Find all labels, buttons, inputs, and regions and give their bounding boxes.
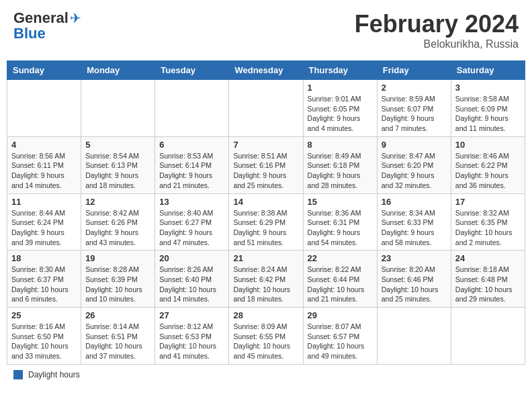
- day-info: Sunrise: 8:47 AM Sunset: 6:20 PM Dayligh…: [382, 151, 447, 191]
- calendar-cell: 16Sunrise: 8:34 AM Sunset: 6:33 PM Dayli…: [377, 193, 451, 250]
- calendar-cell: 3Sunrise: 8:58 AM Sunset: 6:09 PM Daylig…: [451, 80, 525, 137]
- calendar-cell: 23Sunrise: 8:20 AM Sunset: 6:46 PM Dayli…: [377, 250, 451, 308]
- calendar-week-row: 25Sunrise: 8:16 AM Sunset: 6:50 PM Dayli…: [7, 308, 525, 365]
- column-header-tuesday: Tuesday: [155, 61, 229, 80]
- day-number: 12: [85, 197, 150, 207]
- day-info: Sunrise: 8:54 AM Sunset: 6:13 PM Dayligh…: [85, 151, 150, 191]
- legend: Daylight hours: [7, 370, 525, 379]
- day-info: Sunrise: 8:14 AM Sunset: 6:51 PM Dayligh…: [85, 322, 150, 361]
- calendar-cell: 25Sunrise: 8:16 AM Sunset: 6:50 PM Dayli…: [7, 308, 81, 365]
- day-info: Sunrise: 9:01 AM Sunset: 6:05 PM Dayligh…: [308, 94, 373, 134]
- day-info: Sunrise: 8:51 AM Sunset: 6:16 PM Dayligh…: [233, 151, 298, 191]
- calendar-table: SundayMondayTuesdayWednesdayThursdayFrid…: [7, 60, 525, 365]
- day-info: Sunrise: 8:30 AM Sunset: 6:37 PM Dayligh…: [11, 265, 77, 304]
- day-number: 2: [382, 83, 447, 93]
- day-number: 7: [233, 140, 298, 150]
- calendar-cell: [7, 80, 81, 137]
- day-info: Sunrise: 8:12 AM Sunset: 6:53 PM Dayligh…: [159, 322, 224, 361]
- day-number: 27: [159, 310, 224, 320]
- day-info: Sunrise: 8:07 AM Sunset: 6:57 PM Dayligh…: [308, 322, 373, 361]
- column-header-friday: Friday: [377, 61, 451, 80]
- logo: General ✈ Blue: [13, 10, 81, 41]
- column-header-monday: Monday: [81, 61, 155, 80]
- day-number: 6: [159, 140, 224, 150]
- calendar-cell: 19Sunrise: 8:28 AM Sunset: 6:39 PM Dayli…: [81, 250, 155, 308]
- calendar-cell: 10Sunrise: 8:46 AM Sunset: 6:22 PM Dayli…: [451, 136, 525, 193]
- day-info: Sunrise: 8:26 AM Sunset: 6:40 PM Dayligh…: [159, 265, 224, 304]
- legend-color-box: [13, 370, 23, 379]
- calendar-cell: 2Sunrise: 8:59 AM Sunset: 6:07 PM Daylig…: [377, 80, 451, 137]
- day-number: 8: [308, 140, 373, 150]
- calendar-cell: 11Sunrise: 8:44 AM Sunset: 6:24 PM Dayli…: [7, 193, 81, 250]
- calendar-cell: 5Sunrise: 8:54 AM Sunset: 6:13 PM Daylig…: [81, 136, 155, 193]
- column-header-wednesday: Wednesday: [229, 61, 303, 80]
- day-info: Sunrise: 8:44 AM Sunset: 6:24 PM Dayligh…: [11, 208, 77, 248]
- calendar-week-row: 4Sunrise: 8:56 AM Sunset: 6:11 PM Daylig…: [7, 136, 525, 193]
- calendar-week-row: 11Sunrise: 8:44 AM Sunset: 6:24 PM Dayli…: [7, 193, 525, 250]
- day-number: 23: [382, 253, 447, 263]
- calendar-cell: 6Sunrise: 8:53 AM Sunset: 6:14 PM Daylig…: [155, 136, 229, 193]
- day-info: Sunrise: 8:32 AM Sunset: 6:35 PM Dayligh…: [455, 208, 521, 248]
- day-number: 4: [11, 140, 77, 150]
- day-number: 18: [11, 253, 77, 263]
- calendar-cell: 13Sunrise: 8:40 AM Sunset: 6:27 PM Dayli…: [155, 193, 229, 250]
- day-info: Sunrise: 8:38 AM Sunset: 6:29 PM Dayligh…: [233, 208, 298, 248]
- calendar-cell: 1Sunrise: 9:01 AM Sunset: 6:05 PM Daylig…: [303, 80, 377, 137]
- day-number: 25: [11, 310, 77, 320]
- day-number: 14: [233, 197, 298, 207]
- calendar-cell: 8Sunrise: 8:49 AM Sunset: 6:18 PM Daylig…: [303, 136, 377, 193]
- day-info: Sunrise: 8:49 AM Sunset: 6:18 PM Dayligh…: [308, 151, 373, 191]
- logo-general-text: General: [13, 11, 69, 26]
- month-year-title: February 2024: [355, 10, 519, 38]
- day-number: 15: [308, 197, 373, 207]
- calendar-cell: 14Sunrise: 8:38 AM Sunset: 6:29 PM Dayli…: [229, 193, 303, 250]
- calendar-week-row: 1Sunrise: 9:01 AM Sunset: 6:05 PM Daylig…: [7, 80, 525, 137]
- calendar-cell: 29Sunrise: 8:07 AM Sunset: 6:57 PM Dayli…: [303, 308, 377, 365]
- day-number: 28: [233, 310, 298, 320]
- calendar-cell: 20Sunrise: 8:26 AM Sunset: 6:40 PM Dayli…: [155, 250, 229, 308]
- day-number: 9: [382, 140, 447, 150]
- day-number: 19: [85, 253, 150, 263]
- day-number: 24: [455, 253, 521, 263]
- day-info: Sunrise: 8:59 AM Sunset: 6:07 PM Dayligh…: [382, 94, 447, 134]
- column-header-saturday: Saturday: [451, 61, 525, 80]
- column-header-sunday: Sunday: [7, 61, 81, 80]
- day-info: Sunrise: 8:36 AM Sunset: 6:31 PM Dayligh…: [308, 208, 373, 248]
- column-header-thursday: Thursday: [303, 61, 377, 80]
- calendar-cell: 24Sunrise: 8:18 AM Sunset: 6:48 PM Dayli…: [451, 250, 525, 308]
- day-info: Sunrise: 8:16 AM Sunset: 6:50 PM Dayligh…: [11, 322, 77, 361]
- day-number: 21: [233, 253, 298, 263]
- calendar-cell: [377, 308, 451, 365]
- page-header: General ✈ Blue February 2024 Belokurikha…: [7, 7, 525, 54]
- calendar-cell: 22Sunrise: 8:22 AM Sunset: 6:44 PM Dayli…: [303, 250, 377, 308]
- day-info: Sunrise: 8:42 AM Sunset: 6:26 PM Dayligh…: [85, 208, 150, 248]
- day-info: Sunrise: 8:58 AM Sunset: 6:09 PM Dayligh…: [455, 94, 521, 134]
- day-info: Sunrise: 8:09 AM Sunset: 6:55 PM Dayligh…: [233, 322, 298, 361]
- logo-bird-icon: ✈: [70, 10, 81, 26]
- calendar-cell: 17Sunrise: 8:32 AM Sunset: 6:35 PM Dayli…: [451, 193, 525, 250]
- logo-blue-text: Blue: [13, 26, 46, 41]
- calendar-cell: 26Sunrise: 8:14 AM Sunset: 6:51 PM Dayli…: [81, 308, 155, 365]
- day-number: 16: [382, 197, 447, 207]
- calendar-cell: [451, 308, 525, 365]
- calendar-week-row: 18Sunrise: 8:30 AM Sunset: 6:37 PM Dayli…: [7, 250, 525, 308]
- day-info: Sunrise: 8:20 AM Sunset: 6:46 PM Dayligh…: [382, 265, 447, 304]
- day-info: Sunrise: 8:28 AM Sunset: 6:39 PM Dayligh…: [85, 265, 150, 304]
- calendar-cell: 27Sunrise: 8:12 AM Sunset: 6:53 PM Dayli…: [155, 308, 229, 365]
- day-info: Sunrise: 8:40 AM Sunset: 6:27 PM Dayligh…: [159, 208, 224, 248]
- calendar-cell: 15Sunrise: 8:36 AM Sunset: 6:31 PM Dayli…: [303, 193, 377, 250]
- day-number: 22: [308, 253, 373, 263]
- day-number: 20: [159, 253, 224, 263]
- calendar-cell: 9Sunrise: 8:47 AM Sunset: 6:20 PM Daylig…: [377, 136, 451, 193]
- calendar-cell: 28Sunrise: 8:09 AM Sunset: 6:55 PM Dayli…: [229, 308, 303, 365]
- calendar-cell: [229, 80, 303, 137]
- calendar-cell: 21Sunrise: 8:24 AM Sunset: 6:42 PM Dayli…: [229, 250, 303, 308]
- day-info: Sunrise: 8:24 AM Sunset: 6:42 PM Dayligh…: [233, 265, 298, 304]
- day-number: 10: [455, 140, 521, 150]
- day-number: 29: [308, 310, 373, 320]
- calendar-header-row: SundayMondayTuesdayWednesdayThursdayFrid…: [7, 61, 525, 80]
- legend-label: Daylight hours: [28, 370, 80, 379]
- calendar-cell: 4Sunrise: 8:56 AM Sunset: 6:11 PM Daylig…: [7, 136, 81, 193]
- day-number: 17: [455, 197, 521, 207]
- title-area: February 2024 Belokurikha, Russia: [355, 10, 519, 50]
